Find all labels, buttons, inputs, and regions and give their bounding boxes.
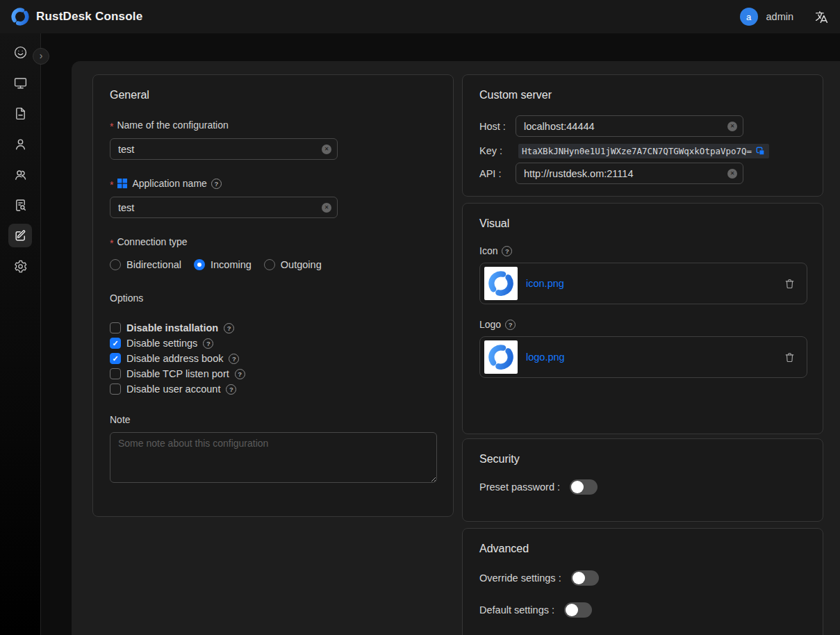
translate-icon[interactable] [814,10,829,24]
host-row: Host : ✕ [479,115,806,137]
logo-thumbnail [484,340,518,374]
preset-password-label: Preset password : [479,481,560,493]
app-name-input[interactable] [110,197,338,218]
help-icon[interactable]: ? [235,369,245,379]
api-label: API : [479,168,516,179]
radio-circle-icon [264,259,275,270]
app-name-input-wrap: ✕ [110,197,338,218]
general-title: General [110,89,436,101]
sidebar-item-users[interactable] [0,129,40,159]
sidebar-collapse-button[interactable]: › [33,48,49,65]
checkbox-icon: ✓ [110,322,121,333]
trash-icon[interactable] [784,352,796,363]
radio-circle-icon [110,259,121,270]
sidebar-item-audit[interactable] [0,190,40,220]
connection-type-label: * Connection type [110,236,436,247]
brand: RustDesk Console [11,8,142,26]
sidebar-item-custom-clients[interactable] [0,220,40,251]
right-column: Custom server Host : ✕ Key : HtaXBkJNHyn… [462,74,823,635]
override-settings-label: Override settings : [479,572,561,584]
radio-circle-icon [194,259,205,270]
checkbox-disable-user-account[interactable]: ✓ Disable user account ? [110,381,436,397]
sidebar-item-devices[interactable] [0,67,40,98]
icon-upload-label: Icon ? [479,245,806,256]
override-settings-row: Override settings : [479,570,806,586]
help-icon[interactable]: ? [502,246,512,256]
main-panel: General * Name of the configuration ✕ * … [72,61,840,635]
copy-icon[interactable] [755,146,766,156]
username[interactable]: admin [766,11,794,22]
key-label: Key : [479,145,516,156]
logo-file-link[interactable]: logo.png [526,352,784,363]
preset-password-toggle[interactable] [570,479,598,495]
api-input[interactable] [516,163,743,184]
options-label: Options [110,292,436,304]
icon-thumbnail [484,267,518,300]
note-label: Note [110,414,436,425]
security-title: Security [479,453,806,465]
key-row: Key : HtaXBkJNHyn0e1U1jWXze7A7CN7QTGWqxk… [479,143,806,158]
api-row: API : ✕ [479,163,806,184]
api-input-wrap: ✕ [516,163,743,184]
host-input[interactable] [516,115,743,137]
help-icon[interactable]: ? [203,338,213,349]
checkbox-icon: ✓ [110,353,121,364]
sidebar [0,33,41,635]
sidebar-item-settings[interactable] [0,251,40,281]
chevron-right-icon: › [40,51,43,60]
override-settings-toggle[interactable] [571,570,599,586]
sidebar-item-documents[interactable] [0,98,40,129]
avatar[interactable]: a [740,8,758,26]
checkbox-icon: ✓ [110,368,121,379]
required-marker: * [110,238,113,249]
help-icon[interactable]: ? [224,323,234,333]
default-settings-row: Default settings : [479,602,806,618]
name-input-wrap: ✕ [110,138,338,160]
trash-icon[interactable] [784,278,796,290]
radio-bidirectional[interactable]: Bidirectional [110,259,181,270]
help-icon[interactable]: ? [229,354,239,364]
logo-upload-row: logo.png [479,336,807,378]
clear-icon[interactable]: ✕ [727,169,737,179]
clear-icon[interactable]: ✕ [322,203,331,213]
radio-incoming[interactable]: Incoming [194,259,252,270]
help-icon[interactable]: ? [211,179,222,189]
app-name-field-label: * Application name ? [110,178,436,189]
user-group-icon [13,167,28,182]
monitor-icon [13,76,28,90]
radio-outgoing[interactable]: Outgoing [264,259,322,270]
top-navbar: RustDesk Console a admin [0,0,840,33]
icon-file-link[interactable]: icon.png [526,278,784,289]
smiley-icon [13,45,28,60]
visual-card: Visual Icon ? icon.png [462,203,823,434]
checkbox-disable-tcp-listen-port[interactable]: ✓ Disable TCP listen port ? [110,366,436,381]
help-icon[interactable]: ? [505,320,516,330]
visual-title: Visual [479,217,806,230]
security-card: Security Preset password : [462,438,823,522]
logo-upload-label: Logo ? [479,319,806,330]
gear-icon [13,259,28,274]
host-input-wrap: ✕ [516,115,743,137]
help-icon[interactable]: ? [226,384,236,395]
user-icon [13,137,28,151]
required-marker: * [110,179,113,190]
checkbox-disable-address-book[interactable]: ✓ Disable address book ? [110,351,436,366]
server-key-value: HtaXBkJNHyn0e1U1jWXze7A7CN7QTGWqxkOtpaVp… [518,144,769,158]
required-marker: * [110,121,113,132]
general-card: General * Name of the configuration ✕ * … [92,74,454,517]
default-settings-toggle[interactable] [564,602,592,618]
connection-type-radios: Bidirectional Incoming Outgoing [110,259,436,270]
windows-logo-icon [117,178,128,189]
advanced-card: Advanced Override settings : Default set… [462,528,823,635]
clear-icon[interactable]: ✕ [727,122,737,131]
host-label: Host : [479,121,516,132]
clear-icon[interactable]: ✕ [322,145,331,154]
name-input[interactable] [110,138,338,160]
document-icon [13,106,28,121]
note-textarea[interactable] [110,432,437,483]
edit-square-icon [13,229,28,243]
advanced-title: Advanced [479,543,806,555]
sidebar-item-groups[interactable] [0,159,40,190]
checkbox-disable-settings[interactable]: ✓ Disable settings ? [110,336,436,351]
checkbox-disable-installation[interactable]: ✓ Disable installation ? [110,320,436,336]
